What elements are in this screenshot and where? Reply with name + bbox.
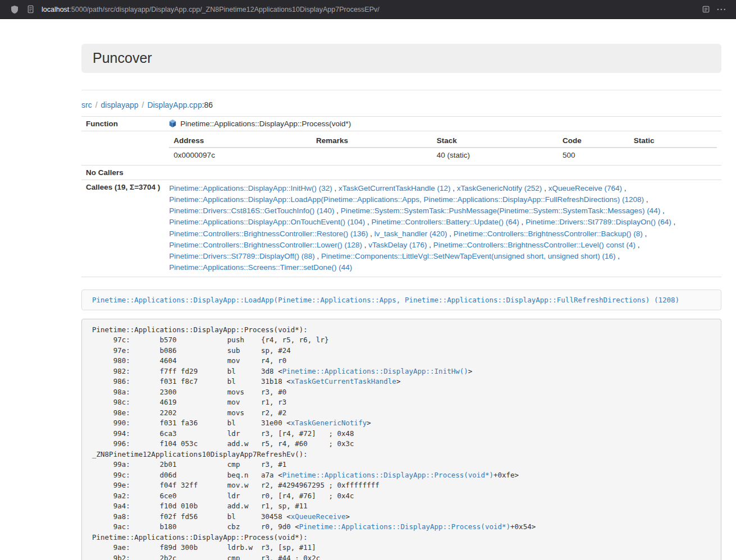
callees-label: Callees (19, Σ=3704 ) xyxy=(81,180,164,277)
col-header-code: Code xyxy=(558,134,629,148)
address-bar[interactable]: localhost:5000/path/src/displayapp/Displ… xyxy=(42,6,698,13)
metrics-values-row: 0x0000097c 40 (static) 500 xyxy=(169,148,717,162)
app-header: Puncover xyxy=(81,44,721,73)
breadcrumb-link[interactable]: DisplayApp.cpp xyxy=(147,100,202,109)
disassembly-code: Pinetime::Applications::DisplayApp::Proc… xyxy=(81,319,721,560)
metrics-row: Address Remarks Stack Code Static 0x0000… xyxy=(81,131,721,165)
col-header-static: Static xyxy=(629,134,717,148)
breadcrumb: src/displayapp/DisplayApp.cpp:86 xyxy=(81,100,721,109)
callees-row: Callees (19, Σ=3704 ) Pinetime::Applicat… xyxy=(81,180,721,277)
callee-link[interactable]: xTaskGetCurrentTaskHandle (12) xyxy=(339,184,451,192)
disassembly-symbol-link[interactable]: Pinetime::Applications::DisplayApp::Proc… xyxy=(282,471,493,479)
col-header-stack: Stack xyxy=(432,134,558,148)
highlighted-symbol: Pinetime::Applications::DisplayApp::Load… xyxy=(81,290,721,310)
symbol-table: Function Pinetime::Applications::Display… xyxy=(81,116,721,277)
callee-link[interactable]: Pinetime::Components::LittleVgl::SetNewT… xyxy=(321,252,616,260)
breadcrumb-separator: / xyxy=(139,100,148,109)
callee-link[interactable]: xQueueReceive (764) xyxy=(548,184,622,192)
callee-link[interactable]: Pinetime::Drivers::Cst816S::GetTouchInfo… xyxy=(169,206,334,215)
col-header-address: Address xyxy=(169,134,312,148)
url-path: :5000/path/src/displayapp/DisplayApp.cpp… xyxy=(69,6,379,13)
function-icon xyxy=(169,120,176,127)
reader-view-icon[interactable] xyxy=(698,2,714,17)
disassembly-symbol-link[interactable]: Pinetime::Applications::DisplayApp::Init… xyxy=(282,367,468,375)
callee-link[interactable]: Pinetime::Controllers::BrightnessControl… xyxy=(169,229,368,238)
no-callers-row: No Callers xyxy=(81,165,721,180)
callee-link[interactable]: Pinetime::Applications::Screens::Timer::… xyxy=(169,263,352,272)
callee-link[interactable]: Pinetime::Controllers::BrightnessControl… xyxy=(433,241,636,249)
metrics-empty-label xyxy=(81,131,164,165)
function-row: Function Pinetime::Applications::Display… xyxy=(81,116,721,131)
col-header-remarks: Remarks xyxy=(312,134,432,148)
more-tools-icon[interactable]: ⋯ xyxy=(714,2,729,17)
disassembly-symbol-link[interactable]: xTaskGetCurrentTaskHandle xyxy=(291,377,396,385)
callee-link[interactable]: Pinetime::Applications::DisplayApp::Load… xyxy=(169,195,644,204)
callee-link[interactable]: Pinetime::Applications::DisplayApp::OnTo… xyxy=(169,218,365,226)
disassembly-symbol-link[interactable]: xTaskGenericNotify xyxy=(291,419,367,427)
main-content: Puncover src/displayapp/DisplayApp.cpp:8… xyxy=(81,19,721,560)
code-value: 500 xyxy=(558,148,629,162)
breadcrumb-link[interactable]: displayapp xyxy=(101,100,139,109)
metrics-header-row: Address Remarks Stack Code Static xyxy=(169,134,717,148)
page-title: Puncover xyxy=(93,51,710,66)
breadcrumb-separator: / xyxy=(92,100,101,109)
callee-link[interactable]: Pinetime::Applications::DisplayApp::Init… xyxy=(169,184,332,192)
callee-link[interactable]: Pinetime::Controllers::Battery::Update()… xyxy=(372,218,519,226)
callee-link[interactable]: Pinetime::System::SystemTask::PushMessag… xyxy=(341,206,660,215)
metrics-cell: Address Remarks Stack Code Static 0x0000… xyxy=(164,131,721,165)
disassembly-symbol-link[interactable]: Pinetime::Applications::DisplayApp::Proc… xyxy=(299,522,510,531)
callee-link[interactable]: Pinetime::Drivers::St7789::DisplayOff() … xyxy=(169,252,314,260)
browser-toolbar: localhost:5000/path/src/displayapp/Displ… xyxy=(0,0,736,19)
highlighted-symbol-link[interactable]: Pinetime::Applications::DisplayApp::Load… xyxy=(92,296,679,304)
callee-link[interactable]: lv_task_handler (420) xyxy=(374,229,447,238)
callees-cell: Pinetime::Applications::DisplayApp::Init… xyxy=(164,180,721,277)
address-value: 0x0000097c xyxy=(169,148,312,162)
callee-link[interactable]: Pinetime::Controllers::BrightnessControl… xyxy=(454,229,643,238)
function-name: Pinetime::Applications::DisplayApp::Proc… xyxy=(180,120,351,128)
disassembly-symbol-link[interactable]: xQueueReceive xyxy=(291,512,346,521)
stack-value: 40 (static) xyxy=(432,148,558,162)
no-callers-cell xyxy=(164,165,721,180)
divider xyxy=(81,90,721,90)
remarks-value xyxy=(312,148,432,162)
breadcrumb-link[interactable]: src xyxy=(81,100,92,109)
callee-link[interactable]: Pinetime::Controllers::BrightnessControl… xyxy=(169,241,362,249)
shield-icon[interactable] xyxy=(7,2,22,17)
static-value xyxy=(629,148,717,162)
breadcrumb-line-number: :86 xyxy=(202,100,213,109)
function-cell: Pinetime::Applications::DisplayApp::Proc… xyxy=(164,116,721,131)
callee-link[interactable]: Pinetime::Drivers::St7789::DisplayOn() (… xyxy=(525,218,671,226)
url-host: localhost xyxy=(42,6,69,13)
no-callers-label: No Callers xyxy=(81,165,164,180)
function-label: Function xyxy=(81,116,164,131)
callee-link[interactable]: vTaskDelay (176) xyxy=(368,241,427,249)
site-info-icon[interactable] xyxy=(22,2,38,17)
metrics-table: Address Remarks Stack Code Static 0x0000… xyxy=(169,134,717,162)
callee-link[interactable]: xTaskGenericNotify (252) xyxy=(457,184,542,192)
